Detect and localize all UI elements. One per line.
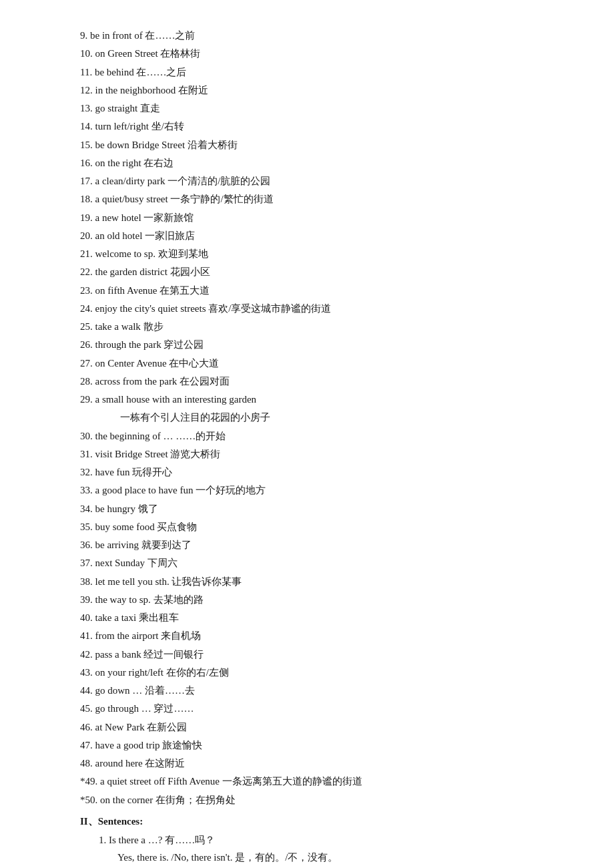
list-item: 36. be arriving 就要到达了 <box>80 536 561 554</box>
list-item: 35. buy some food 买点食物 <box>80 518 561 535</box>
sentence-item: 1. Is there a …? 有……吗？Yes, there is. /No… <box>99 831 561 867</box>
list-item: 9. be in front of 在……之前 <box>80 27 561 44</box>
list-item: 24. enjoy the city's quiet streets 喜欢/享受… <box>80 300 561 317</box>
list-item: 47. have a good trip 旅途愉快 <box>80 736 561 754</box>
list-item: 23. on fifth Avenue 在第五大道 <box>80 282 561 299</box>
list-item: 32. have fun 玩得开心 <box>80 463 561 481</box>
list-item: 16. on the right 在右边 <box>80 154 561 172</box>
list-item: 14. turn left/right 坐/右转 <box>80 118 561 135</box>
sentences-list: 1. Is there a …? 有……吗？Yes, there is. /No… <box>80 831 561 868</box>
list-item: 15. be down Bridge Street 沿着大桥街 <box>80 136 561 154</box>
list-item: 31. visit Bridge Street 游览大桥街 <box>80 445 561 463</box>
list-item: 29. a small house with an interesting ga… <box>80 391 561 408</box>
list-item: 10. on Green Street 在格林街 <box>80 45 561 62</box>
list-item: 45. go through … 穿过…… <box>80 700 561 717</box>
list-item: 30. the beginning of … ……的开始 <box>80 427 561 445</box>
list-item: 11. be behind 在……之后 <box>80 63 561 81</box>
section2-title: II、Sentences: <box>80 813 561 830</box>
list-item: 27. on Center Avenue 在中心大道 <box>80 355 561 372</box>
list-item: 22. the garden district 花园小区 <box>80 263 561 280</box>
section2-block: II、Sentences: 1. Is there a …? 有……吗？Yes,… <box>80 813 561 868</box>
vocabulary-list: 9. be in front of 在……之前10. on Green Stre… <box>80 27 561 809</box>
list-item: 20. an old hotel 一家旧旅店 <box>80 227 561 244</box>
list-item: 19. a new hotel 一家新旅馆 <box>80 209 561 226</box>
list-item: 25. take a walk 散步 <box>80 318 561 335</box>
list-item: 18. a quiet/busy street 一条宁静的/繁忙的街道 <box>80 190 561 208</box>
list-item: 37. next Sunday 下周六 <box>80 554 561 572</box>
list-item: *49. a quiet street off Fifth Avenue 一条远… <box>80 773 561 790</box>
list-item: 28. across from the park 在公园对面 <box>80 373 561 390</box>
list-item: 48. around here 在这附近 <box>80 754 561 772</box>
list-item: 40. take a taxi 乘出租车 <box>80 609 561 626</box>
list-item: *50. on the corner 在街角；在拐角处 <box>80 791 561 809</box>
list-item: 34. be hungry 饿了 <box>80 500 561 517</box>
list-item: 一栋有个引人注目的花园的小房子 <box>120 409 561 426</box>
list-item: 42. pass a bank 经过一间银行 <box>80 646 561 663</box>
list-item: 21. welcome to sp. 欢迎到某地 <box>80 245 561 262</box>
list-item: 41. from the airport 来自机场 <box>80 627 561 644</box>
list-item: 33. a good place to have fun 一个好玩的地方 <box>80 481 561 499</box>
list-item: 17. a clean/dirty park 一个清洁的/肮脏的公园 <box>80 172 561 190</box>
list-item: 43. on your right/left 在你的右/左侧 <box>80 664 561 681</box>
list-item: 12. in the neighborhood 在附近 <box>80 81 561 99</box>
list-item: 26. through the park 穿过公园 <box>80 336 561 353</box>
list-item: 13. go straight 直走 <box>80 99 561 117</box>
list-item: 38. let me tell you sth. 让我告诉你某事 <box>80 573 561 590</box>
list-item: 39. the way to sp. 去某地的路 <box>80 591 561 608</box>
list-item: 46. at New Park 在新公园 <box>80 718 561 736</box>
list-item: 44. go down … 沿着……去 <box>80 682 561 699</box>
